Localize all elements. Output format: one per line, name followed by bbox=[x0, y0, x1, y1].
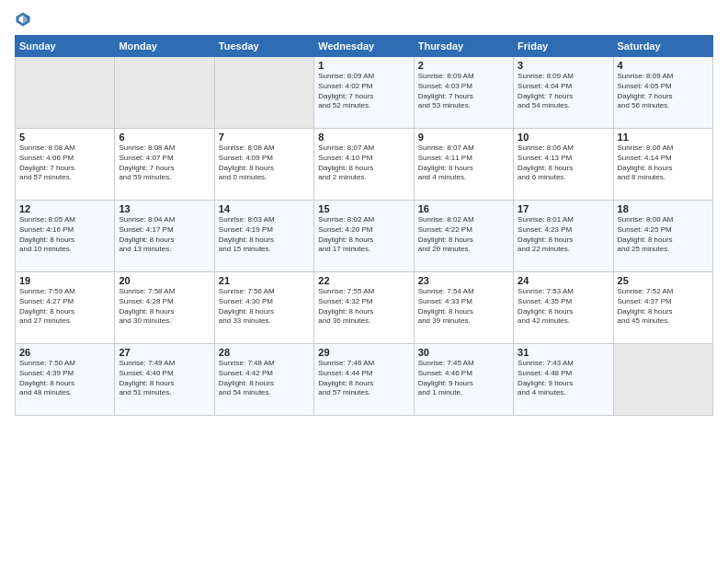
day-number: 24 bbox=[518, 275, 609, 286]
day-info: Sunrise: 8:07 AM Sunset: 4:11 PM Dayligh… bbox=[418, 144, 509, 183]
day-number: 13 bbox=[119, 203, 210, 214]
calendar-cell: 17Sunrise: 8:01 AM Sunset: 4:23 PM Dayli… bbox=[514, 201, 613, 272]
day-number: 4 bbox=[618, 60, 709, 71]
calendar-cell: 16Sunrise: 8:02 AM Sunset: 4:22 PM Dayli… bbox=[414, 201, 513, 272]
calendar-table: SundayMondayTuesdayWednesdayThursdayFrid… bbox=[15, 35, 713, 416]
day-number: 8 bbox=[318, 132, 409, 143]
day-info: Sunrise: 7:59 AM Sunset: 4:27 PM Dayligh… bbox=[19, 287, 110, 327]
day-number: 5 bbox=[19, 132, 110, 143]
day-number: 19 bbox=[19, 275, 110, 286]
calendar-cell: 22Sunrise: 7:55 AM Sunset: 4:32 PM Dayli… bbox=[314, 272, 414, 344]
calendar-cell bbox=[115, 57, 214, 129]
day-number: 20 bbox=[119, 275, 210, 286]
day-info: Sunrise: 7:58 AM Sunset: 4:28 PM Dayligh… bbox=[119, 287, 210, 327]
calendar-week-row: 1Sunrise: 8:09 AM Sunset: 4:02 PM Daylig… bbox=[16, 57, 713, 129]
day-info: Sunrise: 8:06 AM Sunset: 4:13 PM Dayligh… bbox=[518, 144, 609, 183]
calendar-cell: 30Sunrise: 7:45 AM Sunset: 4:46 PM Dayli… bbox=[414, 344, 513, 416]
day-info: Sunrise: 7:45 AM Sunset: 4:46 PM Dayligh… bbox=[418, 359, 509, 398]
day-info: Sunrise: 7:43 AM Sunset: 4:48 PM Dayligh… bbox=[518, 359, 609, 398]
day-info: Sunrise: 8:04 AM Sunset: 4:17 PM Dayligh… bbox=[119, 215, 210, 255]
day-number: 29 bbox=[318, 347, 409, 358]
calendar-cell: 24Sunrise: 7:53 AM Sunset: 4:35 PM Dayli… bbox=[514, 272, 613, 344]
day-number: 18 bbox=[618, 203, 709, 214]
weekday-header-tuesday: Tuesday bbox=[214, 36, 313, 57]
calendar-week-row: 19Sunrise: 7:59 AM Sunset: 4:27 PM Dayli… bbox=[16, 272, 713, 344]
calendar-cell: 27Sunrise: 7:49 AM Sunset: 4:40 PM Dayli… bbox=[115, 344, 214, 416]
weekday-header-friday: Friday bbox=[514, 36, 613, 57]
page-container: SundayMondayTuesdayWednesdayThursdayFrid… bbox=[0, 0, 728, 423]
day-info: Sunrise: 8:06 AM Sunset: 4:14 PM Dayligh… bbox=[618, 144, 709, 183]
weekday-header-saturday: Saturday bbox=[613, 36, 712, 57]
calendar-cell: 13Sunrise: 8:04 AM Sunset: 4:17 PM Dayli… bbox=[115, 201, 214, 272]
calendar-cell: 31Sunrise: 7:43 AM Sunset: 4:48 PM Dayli… bbox=[514, 344, 613, 416]
calendar-cell: 9Sunrise: 8:07 AM Sunset: 4:11 PM Daylig… bbox=[414, 129, 513, 201]
calendar-cell: 11Sunrise: 8:06 AM Sunset: 4:14 PM Dayli… bbox=[613, 129, 712, 201]
day-info: Sunrise: 8:09 AM Sunset: 4:02 PM Dayligh… bbox=[318, 72, 409, 111]
day-info: Sunrise: 8:03 AM Sunset: 4:19 PM Dayligh… bbox=[219, 215, 310, 255]
day-number: 26 bbox=[19, 347, 110, 358]
calendar-cell: 21Sunrise: 7:56 AM Sunset: 4:30 PM Dayli… bbox=[214, 272, 313, 344]
day-info: Sunrise: 8:07 AM Sunset: 4:10 PM Dayligh… bbox=[318, 144, 409, 183]
day-number: 17 bbox=[518, 203, 609, 214]
calendar-cell: 6Sunrise: 8:08 AM Sunset: 4:07 PM Daylig… bbox=[115, 129, 214, 201]
day-number: 2 bbox=[418, 60, 509, 71]
day-info: Sunrise: 7:50 AM Sunset: 4:39 PM Dayligh… bbox=[19, 359, 110, 398]
weekday-header-monday: Monday bbox=[115, 36, 214, 57]
day-number: 14 bbox=[219, 203, 310, 214]
logo bbox=[15, 11, 35, 28]
day-number: 30 bbox=[418, 347, 509, 358]
day-number: 7 bbox=[219, 132, 310, 143]
calendar-cell bbox=[16, 57, 115, 129]
calendar-cell: 23Sunrise: 7:54 AM Sunset: 4:33 PM Dayli… bbox=[414, 272, 513, 344]
day-info: Sunrise: 8:08 AM Sunset: 4:07 PM Dayligh… bbox=[119, 144, 210, 183]
day-number: 11 bbox=[618, 132, 709, 143]
day-number: 21 bbox=[219, 275, 310, 286]
day-number: 27 bbox=[119, 347, 210, 358]
calendar-cell: 20Sunrise: 7:58 AM Sunset: 4:28 PM Dayli… bbox=[115, 272, 214, 344]
day-info: Sunrise: 8:02 AM Sunset: 4:20 PM Dayligh… bbox=[318, 215, 409, 255]
calendar-week-row: 12Sunrise: 8:05 AM Sunset: 4:16 PM Dayli… bbox=[16, 201, 713, 272]
calendar-cell: 19Sunrise: 7:59 AM Sunset: 4:27 PM Dayli… bbox=[16, 272, 115, 344]
calendar-cell: 26Sunrise: 7:50 AM Sunset: 4:39 PM Dayli… bbox=[16, 344, 115, 416]
weekday-header-thursday: Thursday bbox=[414, 36, 513, 57]
day-info: Sunrise: 8:09 AM Sunset: 4:05 PM Dayligh… bbox=[618, 72, 709, 111]
day-info: Sunrise: 8:08 AM Sunset: 4:06 PM Dayligh… bbox=[19, 144, 110, 183]
day-info: Sunrise: 7:53 AM Sunset: 4:35 PM Dayligh… bbox=[518, 287, 609, 327]
day-info: Sunrise: 8:01 AM Sunset: 4:23 PM Dayligh… bbox=[518, 215, 609, 255]
day-number: 10 bbox=[518, 132, 609, 143]
calendar-cell: 25Sunrise: 7:52 AM Sunset: 4:37 PM Dayli… bbox=[613, 272, 712, 344]
day-number: 1 bbox=[318, 60, 409, 71]
calendar-cell bbox=[214, 57, 313, 129]
calendar-cell: 4Sunrise: 8:09 AM Sunset: 4:05 PM Daylig… bbox=[613, 57, 712, 129]
day-info: Sunrise: 7:46 AM Sunset: 4:44 PM Dayligh… bbox=[318, 359, 409, 398]
calendar-cell: 29Sunrise: 7:46 AM Sunset: 4:44 PM Dayli… bbox=[314, 344, 414, 416]
calendar-cell: 12Sunrise: 8:05 AM Sunset: 4:16 PM Dayli… bbox=[16, 201, 115, 272]
calendar-cell: 8Sunrise: 8:07 AM Sunset: 4:10 PM Daylig… bbox=[314, 129, 414, 201]
calendar-cell: 5Sunrise: 8:08 AM Sunset: 4:06 PM Daylig… bbox=[16, 129, 115, 201]
day-info: Sunrise: 7:49 AM Sunset: 4:40 PM Dayligh… bbox=[119, 359, 210, 398]
day-number: 31 bbox=[518, 347, 609, 358]
day-info: Sunrise: 7:48 AM Sunset: 4:42 PM Dayligh… bbox=[219, 359, 310, 398]
day-info: Sunrise: 7:54 AM Sunset: 4:33 PM Dayligh… bbox=[418, 287, 509, 327]
day-number: 16 bbox=[418, 203, 509, 214]
day-number: 6 bbox=[119, 132, 210, 143]
calendar-week-row: 26Sunrise: 7:50 AM Sunset: 4:39 PM Dayli… bbox=[16, 344, 713, 416]
day-number: 15 bbox=[318, 203, 409, 214]
day-number: 9 bbox=[418, 132, 509, 143]
calendar-cell: 18Sunrise: 8:00 AM Sunset: 4:25 PM Dayli… bbox=[613, 201, 712, 272]
weekday-header-wednesday: Wednesday bbox=[314, 36, 414, 57]
day-info: Sunrise: 8:09 AM Sunset: 4:04 PM Dayligh… bbox=[518, 72, 609, 111]
day-info: Sunrise: 7:52 AM Sunset: 4:37 PM Dayligh… bbox=[618, 287, 709, 327]
day-info: Sunrise: 8:08 AM Sunset: 4:09 PM Dayligh… bbox=[219, 144, 310, 183]
day-number: 28 bbox=[219, 347, 310, 358]
day-info: Sunrise: 8:00 AM Sunset: 4:25 PM Dayligh… bbox=[618, 215, 709, 255]
day-number: 22 bbox=[318, 275, 409, 286]
calendar-cell: 10Sunrise: 8:06 AM Sunset: 4:13 PM Dayli… bbox=[514, 129, 613, 201]
calendar-cell: 14Sunrise: 8:03 AM Sunset: 4:19 PM Dayli… bbox=[214, 201, 313, 272]
day-info: Sunrise: 7:55 AM Sunset: 4:32 PM Dayligh… bbox=[318, 287, 409, 327]
day-info: Sunrise: 8:02 AM Sunset: 4:22 PM Dayligh… bbox=[418, 215, 509, 255]
calendar-cell: 15Sunrise: 8:02 AM Sunset: 4:20 PM Dayli… bbox=[314, 201, 414, 272]
calendar-cell: 1Sunrise: 8:09 AM Sunset: 4:02 PM Daylig… bbox=[314, 57, 414, 129]
calendar-cell: 28Sunrise: 7:48 AM Sunset: 4:42 PM Dayli… bbox=[214, 344, 313, 416]
day-number: 12 bbox=[19, 203, 110, 214]
